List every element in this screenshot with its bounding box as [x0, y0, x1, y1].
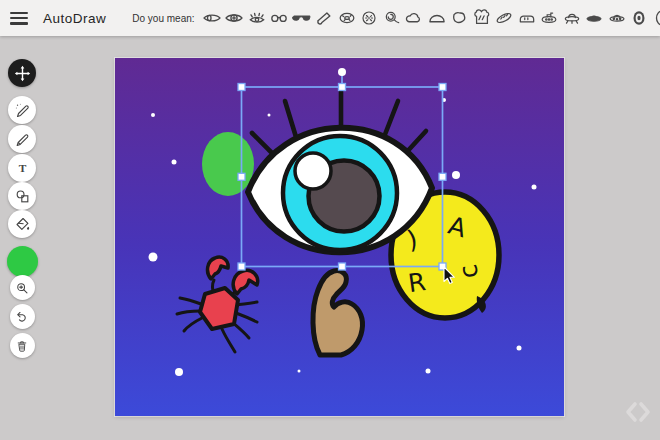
- type-tool-button[interactable]: [8, 154, 36, 182]
- star-dot: [268, 114, 271, 117]
- eye2-icon: [224, 8, 244, 28]
- donut-icon: [337, 8, 357, 28]
- undo-icon: [15, 310, 29, 324]
- suggestion-oval-button[interactable]: [652, 7, 660, 29]
- oval-icon: [652, 8, 660, 28]
- snail-icon: [382, 8, 402, 28]
- oval-rings-icon: [629, 8, 649, 28]
- star-dot: [151, 113, 155, 117]
- select-tool-button[interactable]: [8, 59, 36, 87]
- zoom-tool-button[interactable]: [10, 275, 35, 300]
- selection-handle[interactable]: [439, 173, 446, 180]
- suggestions-label: Do you mean:: [132, 13, 194, 24]
- trash-icon: [15, 339, 29, 353]
- suggestion-bread-button[interactable]: [517, 7, 537, 29]
- selection-handle[interactable]: [339, 84, 346, 91]
- magic-pencil-icon: [14, 102, 31, 119]
- experiments-logo-icon[interactable]: [622, 397, 654, 427]
- star-dot: [532, 185, 537, 190]
- text-icon: [14, 160, 31, 177]
- toast-icon: [472, 8, 492, 28]
- star-dot: [175, 368, 183, 376]
- shapes-icon: [14, 188, 31, 205]
- star-dot: [298, 370, 301, 373]
- drawing-canvas[interactable]: A)cR: [115, 58, 564, 416]
- autodraw-tool-button[interactable]: [8, 96, 36, 124]
- move-icon: [14, 65, 31, 82]
- pencil-icon: [14, 131, 31, 148]
- suggestion-ufo-button[interactable]: [584, 7, 604, 29]
- eye1-icon: [202, 8, 222, 28]
- suggestion-ring-button[interactable]: [629, 7, 649, 29]
- bread-icon: [517, 8, 537, 28]
- star-dot: [149, 253, 158, 262]
- suggestions-row: [202, 7, 660, 29]
- suggestion-eye-button[interactable]: [202, 7, 222, 29]
- autodraw-app: AutoDraw Do you mean:: [0, 0, 660, 440]
- fill-icon: [14, 216, 31, 233]
- star-dot: [426, 369, 431, 374]
- suggestion-snail-button[interactable]: [382, 7, 402, 29]
- boomerang-icon: [314, 8, 334, 28]
- baguette-icon: [494, 8, 514, 28]
- cloud-icon: [404, 8, 424, 28]
- star-dot: [172, 160, 177, 165]
- suggestion-boomerang-button[interactable]: [314, 7, 334, 29]
- eye-highlight: [295, 153, 331, 189]
- suggestion-cookie-button[interactable]: [359, 7, 379, 29]
- suggestion-cloud-button[interactable]: [404, 7, 424, 29]
- rotate-handle[interactable]: [338, 68, 346, 76]
- canvas-svg: A)cR: [115, 58, 564, 416]
- zoom-icon: [15, 281, 29, 295]
- ufo-legs-icon: [562, 8, 582, 28]
- ufo-dots-icon: [607, 8, 627, 28]
- sunglasses-icon: [292, 8, 312, 28]
- selection-handle[interactable]: [339, 263, 346, 270]
- suggestion-eye-button[interactable]: [224, 7, 244, 29]
- toolbar: [8, 0, 36, 440]
- glasses-icon: [269, 8, 289, 28]
- suggestion-stone-button[interactable]: [449, 7, 469, 29]
- ufo-filled-icon: [584, 8, 604, 28]
- hamburger-menu-icon[interactable]: [10, 12, 28, 25]
- star-dot: [452, 171, 460, 179]
- selection-handle[interactable]: [238, 173, 245, 180]
- suggestion-flying-saucer-button[interactable]: [607, 7, 627, 29]
- color-swatch-button[interactable]: [7, 246, 38, 277]
- suggestion-baguette-button[interactable]: [494, 7, 514, 29]
- eye3-icon: [247, 8, 267, 28]
- fill-tool-button[interactable]: [8, 210, 36, 238]
- star-dot: [517, 346, 522, 351]
- submarine-icon: [539, 8, 559, 28]
- shape-tool-button[interactable]: [8, 182, 36, 210]
- suggestion-eyelashes-button[interactable]: [247, 7, 267, 29]
- suggestion-hill-button[interactable]: [427, 7, 447, 29]
- suggestion-submarine-button[interactable]: [539, 7, 559, 29]
- draw-tool-button[interactable]: [8, 125, 36, 153]
- selection-handle[interactable]: [238, 263, 245, 270]
- blob-icon: [449, 8, 469, 28]
- suggestion-ufo-button[interactable]: [562, 7, 582, 29]
- delete-tool-button[interactable]: [10, 333, 35, 358]
- dome-icon: [427, 8, 447, 28]
- selection-handle[interactable]: [238, 84, 245, 91]
- selection-handle[interactable]: [439, 84, 446, 91]
- cookie-icon: [359, 8, 379, 28]
- app-title: AutoDraw: [43, 11, 106, 26]
- suggestion-toast-button[interactable]: [472, 7, 492, 29]
- suggestion-donut-button[interactable]: [337, 7, 357, 29]
- undo-tool-button[interactable]: [10, 304, 35, 329]
- suggestion-sunglasses-button[interactable]: [292, 7, 312, 29]
- green-ellipse-shape[interactable]: [202, 132, 254, 196]
- topbar: AutoDraw Do you mean:: [0, 0, 660, 36]
- suggestion-glasses-button[interactable]: [269, 7, 289, 29]
